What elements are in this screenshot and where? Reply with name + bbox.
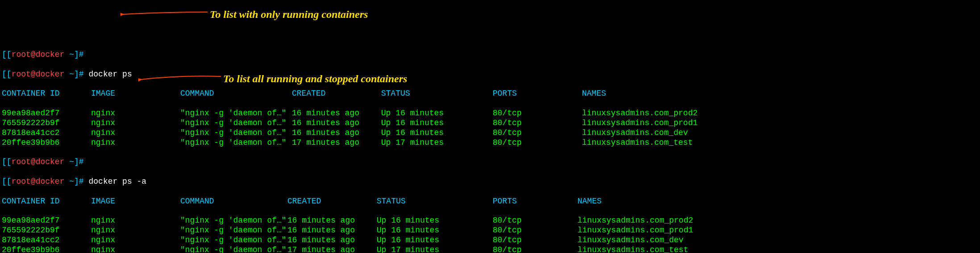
running-containers-list: 99ea98aed2f7nginx"nginx -g 'daemon of…"1…: [2, 109, 978, 148]
cell-status: Up 16 minutes: [381, 109, 493, 118]
table-header-1: CONTAINER IDIMAGECOMMANDCREATEDSTATUSPOR…: [2, 89, 978, 99]
table-row: 99ea98aed2f7nginx"nginx -g 'daemon of…"1…: [2, 109, 978, 118]
bracket-close: ]#: [74, 50, 84, 59]
cell-image: nginx: [91, 226, 180, 236]
command-docker-ps-a: docker ps -a: [88, 177, 146, 186]
cell-created: 17 minutes ago: [292, 138, 381, 148]
cell-names: linuxsysadmins.com_test: [582, 138, 693, 148]
cell-ports: 80/tcp: [493, 128, 582, 138]
header-status: STATUS: [381, 89, 493, 99]
header-names: NAMES: [577, 197, 602, 207]
prompt-user-host: root@docker: [12, 50, 65, 59]
command-docker-ps: docker ps: [88, 70, 132, 79]
cell-ports: 80/tcp: [493, 138, 582, 148]
header-container-id: CONTAINER ID: [2, 197, 91, 207]
prompt-line: [[root@docker ~]#: [2, 50, 978, 60]
cell-status: Up 16 minutes: [377, 226, 493, 236]
cell-ports: 80/tcp: [493, 216, 577, 226]
table-header-2: CONTAINER IDIMAGECOMMANDCREATEDSTATUSPOR…: [2, 197, 978, 207]
cell-command: "nginx -g 'daemon of…": [180, 236, 287, 245]
prompt-line-empty2: [[root@docker ~]#: [2, 157, 978, 167]
cell-names: linuxsysadmins.com_test: [577, 245, 688, 253]
header-ports: PORTS: [493, 89, 582, 99]
cell-names: linuxsysadmins.com_prod1: [577, 226, 693, 236]
table-row: 20ffee39b9b6nginx"nginx -g 'daemon of…"1…: [2, 138, 978, 148]
cell-image: nginx: [91, 138, 180, 148]
table-row: 87818ea41cc2nginx"nginx -g 'daemon of…"1…: [2, 236, 978, 245]
cell-image: nginx: [91, 236, 180, 245]
cell-ports: 80/tcp: [493, 236, 577, 245]
cell-command: "nginx -g 'daemon of…": [180, 109, 292, 118]
all-containers-list: 99ea98aed2f7nginx"nginx -g 'daemon of…"1…: [2, 216, 978, 253]
cell-container-id: 99ea98aed2f7: [2, 109, 91, 118]
cell-status: Up 16 minutes: [377, 216, 493, 226]
arrow-icon: [120, 10, 210, 19]
header-image: IMAGE: [91, 89, 180, 99]
cell-created: 16 minutes ago: [292, 118, 381, 128]
cell-container-id: 99ea98aed2f7: [2, 216, 91, 226]
table-row: 99ea98aed2f7nginx"nginx -g 'daemon of…"1…: [2, 216, 978, 226]
cell-image: nginx: [91, 118, 180, 128]
header-container-id: CONTAINER ID: [2, 89, 91, 99]
header-status: STATUS: [377, 197, 493, 207]
cell-ports: 80/tcp: [493, 109, 582, 118]
table-row: 765592222b9fnginx"nginx -g 'daemon of…"1…: [2, 226, 978, 236]
cell-command: "nginx -g 'daemon of…": [180, 118, 292, 128]
table-row: 765592222b9fnginx"nginx -g 'daemon of…"1…: [2, 118, 978, 128]
cell-container-id: 20ffee39b9b6: [2, 138, 91, 148]
cell-status: Up 16 minutes: [377, 236, 493, 245]
cell-image: nginx: [91, 109, 180, 118]
bracket-open: [: [2, 50, 7, 59]
cell-created: 16 minutes ago: [287, 226, 377, 236]
cell-names: linuxsysadmins.com_dev: [582, 128, 688, 138]
cell-created: 16 minutes ago: [292, 128, 381, 138]
cell-names: linuxsysadmins.com_prod2: [577, 216, 693, 226]
cell-status: Up 16 minutes: [381, 128, 493, 138]
cell-names: linuxsysadmins.com_prod2: [582, 109, 698, 118]
cell-status: Up 16 minutes: [381, 118, 493, 128]
cell-command: "nginx -g 'daemon of…": [180, 216, 287, 226]
prompt-line-cmd1: [[root@docker ~]# docker ps: [2, 70, 978, 80]
cell-ports: 80/tcp: [493, 118, 582, 128]
cell-container-id: 765592222b9f: [2, 226, 91, 236]
header-command: COMMAND: [180, 89, 292, 99]
cell-created: 16 minutes ago: [292, 109, 381, 118]
cell-container-id: 87818ea41cc2: [2, 128, 91, 138]
terminal-output: [[root@docker ~]# [[root@docker ~]# dock…: [2, 40, 978, 253]
cell-container-id: 87818ea41cc2: [2, 236, 91, 245]
cell-created: 16 minutes ago: [287, 236, 377, 245]
prompt-line-cmd2: [[root@docker ~]# docker ps -a: [2, 177, 978, 187]
cell-created: 17 minutes ago: [287, 245, 377, 253]
cell-command: "nginx -g 'daemon of…": [180, 138, 292, 148]
cell-command: "nginx -g 'daemon of…": [180, 128, 292, 138]
prompt-path: ~: [64, 50, 74, 59]
cell-names: linuxsysadmins.com_prod1: [582, 118, 698, 128]
table-row: 20ffee39b9b6nginx"nginx -g 'daemon of…"1…: [2, 245, 978, 253]
cell-names: linuxsysadmins.com_dev: [577, 236, 684, 245]
header-image: IMAGE: [91, 197, 180, 207]
cell-container-id: 20ffee39b9b6: [2, 245, 91, 253]
cell-status: Up 17 minutes: [381, 138, 493, 148]
cell-status: Up 17 minutes: [377, 245, 493, 253]
cell-image: nginx: [91, 216, 180, 226]
table-row: 87818ea41cc2nginx"nginx -g 'daemon of…"1…: [2, 128, 978, 138]
cell-container-id: 765592222b9f: [2, 118, 91, 128]
header-created: CREATED: [292, 89, 381, 99]
cell-ports: 80/tcp: [493, 226, 577, 236]
cell-created: 16 minutes ago: [287, 216, 377, 226]
header-ports: PORTS: [493, 197, 577, 207]
cell-command: "nginx -g 'daemon of…": [180, 245, 287, 253]
header-created: CREATED: [287, 197, 377, 207]
header-names: NAMES: [582, 89, 606, 99]
cell-ports: 80/tcp: [493, 245, 577, 253]
cell-command: "nginx -g 'daemon of…": [180, 226, 287, 236]
cell-image: nginx: [91, 128, 180, 138]
header-command: COMMAND: [180, 197, 287, 207]
cell-image: nginx: [91, 245, 180, 253]
annotation-running: To list with only running containers: [210, 8, 368, 21]
